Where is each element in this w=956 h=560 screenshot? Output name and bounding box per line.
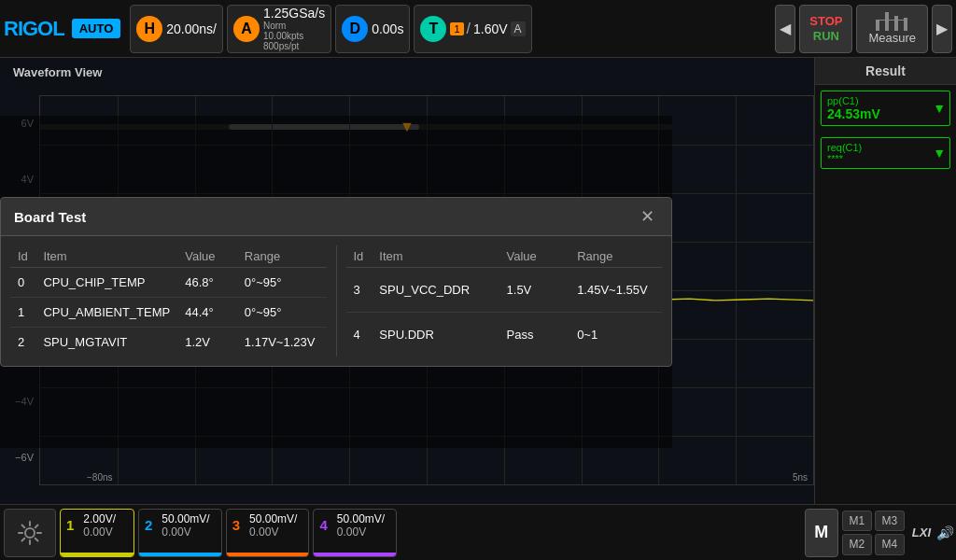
ch1-volt: 2.00V/ — [83, 512, 116, 525]
time-label-left: −80ns — [87, 472, 113, 483]
trigger-btn[interactable]: T 1 / 1.60V A — [414, 5, 531, 53]
ch2-offset: 0.00V — [162, 525, 209, 539]
stop-run-button[interactable]: STOP RUN — [799, 5, 852, 53]
m2-button[interactable]: M2 — [842, 534, 872, 555]
result-dropdown-freq[interactable]: ▼ — [933, 146, 946, 161]
channel-3-btn[interactable]: 3 50.00mV/ 0.00V — [226, 509, 310, 557]
right-th-value: Value — [499, 245, 570, 268]
table-row: 3 SPU_VCC_DDR 1.5V 1.45V~1.55V — [346, 268, 663, 313]
row-value: 46.8° — [177, 268, 237, 298]
table-row: 4 SPU.DDR Pass 0~1 — [346, 313, 663, 357]
t-circle: T — [420, 16, 446, 42]
table-row: 1 CPU_AMBIENT_TEMP 44.4° 0°~95° — [10, 298, 327, 328]
ch3-values: 50.00mV/ 0.00V — [244, 511, 302, 539]
settings-button[interactable] — [4, 509, 56, 557]
ch2-bar — [139, 553, 221, 556]
time-label-right: 5ns — [793, 472, 808, 483]
gear-icon — [17, 520, 43, 546]
row-value: Pass — [499, 313, 570, 357]
h-circle: H — [136, 16, 162, 42]
ch4-number-area: 4 50.00mV/ 0.00V — [314, 510, 396, 541]
result-label-freq: req(C1) — [827, 142, 944, 153]
modal-body: Id Item Value Range 0 CPU_CHIP_TEMP 46.8… — [1, 236, 671, 366]
board-test-modal: Board Test ✕ Id Item Value Rang — [0, 197, 672, 367]
ch2-number: 2 — [145, 517, 152, 533]
svg-rect-5 — [898, 20, 904, 21]
result-panel: Result pp(C1) 24.53mV ▼ req(C1) **** ▼ — [814, 58, 956, 504]
svg-rect-4 — [894, 16, 898, 31]
horizontal-btn[interactable]: H 20.00ns/ — [130, 5, 223, 53]
measure-icon — [876, 12, 909, 31]
table-row: 2 SPU_MGTAVIT 1.2V 1.17V~1.23V — [10, 328, 327, 357]
ch2-volt: 50.00mV/ — [162, 512, 209, 525]
ch3-number: 3 — [232, 517, 240, 533]
row-item: CPU_AMBIENT_TEMP — [35, 298, 177, 328]
row-id: 2 — [10, 328, 35, 357]
right-th-id: Id — [346, 245, 373, 268]
ch1-number: 1 — [66, 517, 74, 533]
right-table-body: 3 SPU_VCC_DDR 1.5V 1.45V~1.55V 4 SPU.DDR… — [346, 268, 663, 357]
left-th-id: Id — [10, 245, 35, 268]
row-id: 3 — [346, 268, 373, 313]
ch4-offset: 0.00V — [337, 525, 385, 539]
m4-button[interactable]: M4 — [875, 534, 905, 555]
left-th-item: Item — [35, 245, 177, 268]
modal-close-button[interactable]: ✕ — [636, 205, 658, 228]
row-item: CPU_CHIP_TEMP — [35, 268, 177, 298]
row-range: 1.45V~1.55V — [569, 268, 662, 313]
d-value-text: 0.00s — [372, 21, 403, 36]
channel-4-btn[interactable]: 4 50.00mV/ 0.00V — [313, 509, 397, 557]
modal-overlay: Board Test ✕ Id Item Value Rang — [0, 116, 672, 448]
ch1-offset: 0.00V — [83, 525, 116, 539]
acquisition-btn[interactable]: A 1.25GSa/s Norm 10.00kpts 800ps/pt — [227, 5, 331, 53]
right-th-item: Item — [372, 245, 499, 268]
delay-btn[interactable]: D 0.00s — [335, 5, 410, 53]
svg-point-7 — [25, 528, 35, 538]
m-button[interactable]: M — [805, 509, 838, 557]
d-circle: D — [342, 16, 368, 42]
waveform-view: Waveform View ▼ 6V 4V 2V 1 −2V −4V −6V — [0, 58, 814, 504]
channel-1-btn[interactable]: 1 2.00V/ 0.00V — [60, 509, 134, 557]
result-item-pp[interactable]: pp(C1) 24.53mV ▼ — [821, 91, 950, 126]
t-slope-icon: / — [467, 21, 471, 37]
ch4-number: 4 — [319, 517, 327, 533]
measure-button[interactable]: Measure — [856, 5, 928, 53]
mx-buttons-group: M1 M3 M2 M4 — [842, 509, 905, 557]
row-value: 1.5V — [499, 268, 570, 313]
ch4-values: 50.00mV/ 0.00V — [331, 511, 390, 539]
right-th-range: Range — [569, 245, 662, 268]
row-range: 1.17V~1.23V — [237, 328, 327, 357]
a-value-text: 1.25GSa/s Norm 10.00kpts 800ps/pt — [263, 6, 325, 51]
svg-rect-1 — [879, 20, 885, 21]
m3-button[interactable]: M3 — [875, 511, 905, 532]
ch1-bar — [61, 553, 134, 556]
left-th-value: Value — [177, 245, 237, 268]
ch4-bar — [314, 553, 396, 556]
result-value-freq: **** — [827, 153, 944, 164]
m1-button[interactable]: M1 — [842, 511, 872, 532]
ch1-number-area: 1 2.00V/ 0.00V — [61, 510, 134, 541]
lxi-label: LXI — [912, 525, 931, 539]
ch3-number-area: 3 50.00mV/ 0.00V — [227, 510, 309, 541]
lxi-area: LXI 🔊 — [912, 525, 952, 540]
left-test-table: Id Item Value Range 0 CPU_CHIP_TEMP 46.8… — [10, 245, 327, 357]
left-table-body: 0 CPU_CHIP_TEMP 46.8° 0°~95° 1 CPU_AMBIE… — [10, 268, 327, 357]
result-item-freq[interactable]: req(C1) **** ▼ — [821, 137, 950, 169]
svg-rect-6 — [904, 18, 907, 31]
table-row: 0 CPU_CHIP_TEMP 46.8° 0°~95° — [10, 268, 327, 298]
nav-left-btn[interactable]: ◀ — [775, 5, 795, 53]
row-id: 1 — [10, 298, 35, 328]
h-value-text: 20.00ns/ — [166, 21, 217, 36]
nav-right-btn[interactable]: ▶ — [932, 5, 952, 53]
ch3-volt: 50.00mV/ — [249, 512, 297, 525]
a-circle: A — [233, 16, 260, 42]
result-value-pp: 24.53mV — [827, 106, 944, 121]
t-ch-label: A — [511, 21, 526, 36]
channel-2-btn[interactable]: 2 50.00mV/ 0.00V — [138, 509, 222, 557]
y-label-neg6v: −6V — [15, 452, 34, 463]
row-item: SPU.DDR — [372, 313, 499, 357]
auto-badge[interactable]: AUTO — [72, 19, 121, 38]
table-divider — [336, 245, 337, 357]
ch2-number-area: 2 50.00mV/ 0.00V — [139, 510, 221, 541]
result-dropdown-pp[interactable]: ▼ — [933, 101, 946, 116]
